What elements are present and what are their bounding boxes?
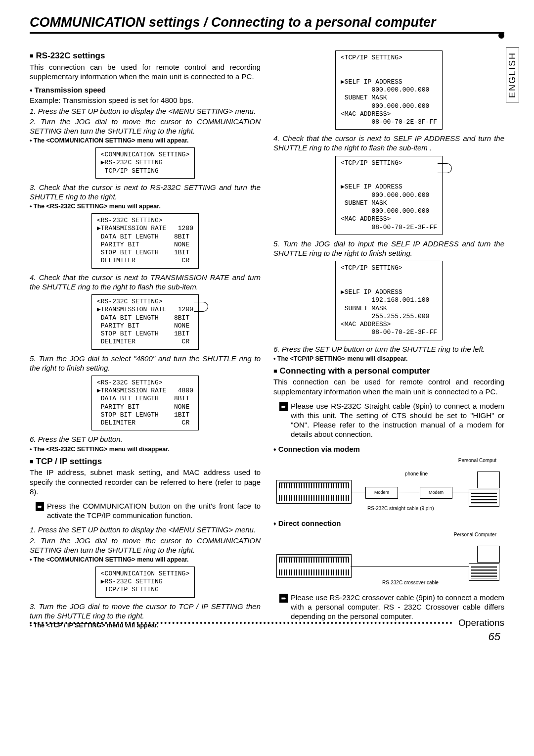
rs232-step-4: 4. Check that the cursor is next to TRAN… — [30, 273, 261, 291]
osd-rs232-flashing: <RS-232C SETTING> ▶TRANSMISSION RATE 120… — [91, 294, 199, 350]
tcpip-step-4: 4. Check that the cursor is next to SELF… — [273, 134, 504, 152]
rs232-step-5: 5. Turn the JOG dial to select "4800" an… — [30, 354, 261, 373]
footer-operations-label: Operations — [458, 617, 504, 628]
osd-tcpip-initial: <TCP/IP SETTING> ▶SELF IP ADDRESS 000.00… — [335, 50, 443, 130]
diagram-pc-label-direct: Personal Computer — [273, 532, 496, 538]
diagram-phone-line-label: phone line — [405, 471, 428, 477]
rs232-intro-text: This connection can be used for remote c… — [30, 62, 261, 81]
diagram-pc — [469, 489, 499, 507]
osd-rs232-4800: <RS-232C SETTING> ▶TRANSMISSION RATE 480… — [91, 376, 199, 431]
tcpip-step-5: 5. Turn the JOG dial to input the SELF I… — [273, 239, 504, 258]
note-comm-button: ➨ Press the COMMUNICATION button on the … — [36, 501, 261, 520]
rs232-step-3: 3. Check that the cursor is next to RS-2… — [30, 183, 261, 201]
bullet-comm-appear: • The <COMMUNICATION SETTING> menu will … — [30, 137, 261, 144]
diagram-direct-connection: RS-232C crossover cable — [273, 541, 504, 587]
rs232-step-6: 6. Press the SET UP button. — [30, 434, 261, 444]
heading-connecting: ■ Connecting with a personal computer — [273, 366, 504, 377]
heading-tcpip: ■ TCP / IP settings — [30, 456, 261, 467]
heading-transmission-speed: ♦ Transmission speed — [30, 85, 261, 94]
note-crossover-cable: ➨ Please use RS-232C crossover cable (9p… — [279, 593, 504, 621]
diagram-crossover-cable-label: RS-232C crossover cable — [382, 580, 439, 586]
info-arrow-icon: ➨ — [279, 402, 288, 411]
bullet-tcpip-disappear: • The <TCP/IP SETTING> menu will disappe… — [273, 355, 504, 363]
tcpip-intro-text: The IP address, subnet mask setting, and… — [30, 468, 261, 496]
note-straight-cable: ➨ Please use RS-232C Straight cable (9pi… — [279, 401, 504, 439]
tcpip-step-2: 2. Turn the JOG dial to move the cursor … — [30, 536, 261, 555]
diagram-dvr-unit-2 — [276, 554, 352, 578]
bullet-comm-appear-2: • The <COMMUNICATION SETTING> menu will … — [30, 556, 261, 564]
bullet-rs232-disappear: • The <RS-232C SETTING> menu will disapp… — [30, 445, 261, 453]
connecting-intro-text: This connection can be used for remote c… — [273, 377, 504, 396]
info-arrow-icon: ➨ — [36, 502, 44, 511]
bullet-rs232-appear: • The <RS-232C SETTING> menu will appear… — [30, 202, 261, 210]
info-arrow-icon: ➨ — [279, 594, 288, 603]
osd-communication-setting: <COMMUNICATION SETTING> ▶RS-232C SETTING… — [95, 147, 195, 179]
left-column: ■ RS-232C settings This connection can b… — [30, 47, 261, 630]
footer-dots-icon — [30, 622, 452, 624]
title-bullet-icon — [498, 33, 504, 39]
osd-tcpip-configured: <TCP/IP SETTING> ▶SELF IP ADDRESS 192.16… — [335, 261, 443, 340]
heading-connection-modem: ♦ Connection via modem — [273, 444, 504, 454]
diagram-pc-2 — [469, 563, 499, 581]
osd-tcpip-flashing: <TCP/IP SETTING> ▶SELF IP ADDRESS 000.00… — [335, 156, 443, 235]
page-title: COMMUNICATION settings / Connecting to a… — [30, 15, 504, 34]
osd-communication-setting-2: <COMMUNICATION SETTING> ▶RS-232C SETTING… — [95, 567, 195, 598]
tcpip-step-1: 1. Press the SET UP button to display th… — [30, 525, 261, 534]
diagram-dvr-unit — [276, 480, 352, 504]
heading-rs232c: ■ RS-232C settings — [30, 50, 261, 61]
diagram-straight-cable-label: RS-232C straight cable (9 pin) — [367, 506, 434, 512]
right-column: <TCP/IP SETTING> ▶SELF IP ADDRESS 000.00… — [273, 47, 504, 630]
diagram-pc-label-modem: Personal Comput — [273, 458, 496, 464]
diagram-modem-1: Modem — [365, 487, 398, 499]
heading-direct-connection: ♦ Direct connection — [273, 519, 504, 528]
diagram-modem-connection: Modem Modem phone line RS-232C straight … — [273, 467, 504, 513]
diagram-modem-2: Modem — [420, 487, 452, 499]
page-footer: Operations — [30, 617, 504, 628]
rs232-step-2: 2. Turn the JOG dial to move the cursor … — [30, 117, 261, 136]
tx-example-text: Example: Transmission speed is set for 4… — [30, 95, 261, 105]
page-number: 65 — [489, 630, 500, 643]
rs232-step-1: 1. Press the SET UP button to display th… — [30, 106, 261, 116]
language-tab: ENGLISH — [506, 47, 519, 102]
osd-rs232-1200: <RS-232C SETTING> ▶TRANSMISSION RATE 120… — [91, 213, 199, 269]
tcpip-step-6: 6. Press the SET UP button or turn the S… — [273, 344, 504, 354]
